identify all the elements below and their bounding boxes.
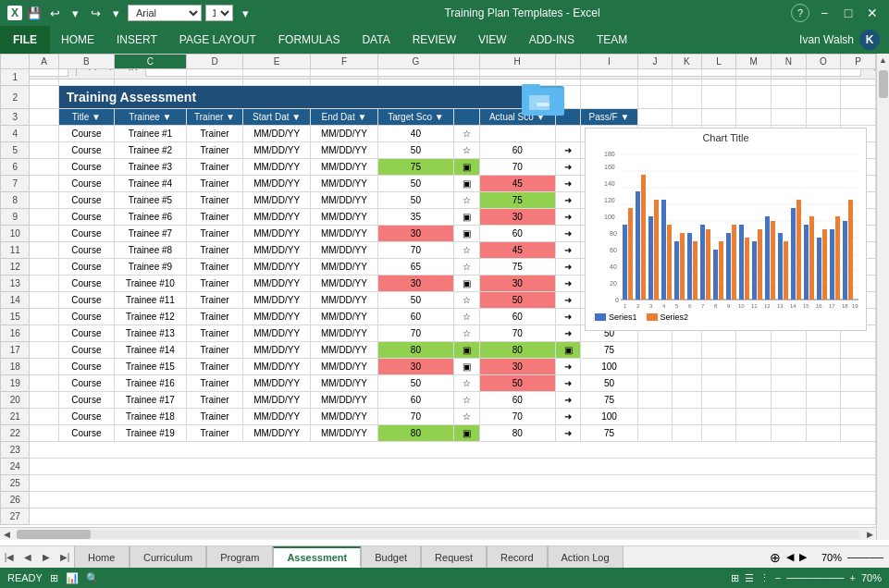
cell red-cell[interactable]: 30 bbox=[479, 209, 555, 226]
cell green-cell[interactable]: 80 bbox=[479, 342, 555, 359]
cell[interactable] bbox=[673, 375, 701, 392]
cell[interactable]: MM/DD/YY bbox=[311, 226, 378, 242]
cell[interactable]: MM/DD/YY bbox=[311, 192, 378, 209]
cell[interactable]: MM/DD/YY bbox=[311, 325, 378, 342]
cell red-cell[interactable]: 30 bbox=[377, 276, 453, 292]
cell[interactable]: ▣ bbox=[454, 176, 480, 192]
cell[interactable] bbox=[581, 69, 637, 86]
cell[interactable]: Course bbox=[58, 159, 114, 176]
cell[interactable] bbox=[30, 475, 876, 492]
cell[interactable]: Trainer bbox=[186, 176, 242, 192]
cell[interactable] bbox=[637, 359, 673, 375]
cell[interactable]: 75 bbox=[581, 342, 637, 359]
menu-home[interactable]: HOME bbox=[50, 26, 105, 54]
cell[interactable]: Trainer bbox=[186, 142, 242, 159]
cell green-cell[interactable]: 75 bbox=[479, 192, 555, 209]
col-header-g[interactable]: G bbox=[377, 55, 453, 69]
cell[interactable] bbox=[736, 392, 772, 409]
view-page-break-icon[interactable]: ⋮ bbox=[759, 572, 770, 584]
tab-nav-first[interactable]: |◀ bbox=[0, 546, 19, 568]
col-header-q[interactable]: P bbox=[841, 55, 876, 69]
close-button[interactable]: ✕ bbox=[863, 4, 882, 22]
cell[interactable]: 70 bbox=[479, 325, 555, 342]
cell[interactable]: Trainee #6 bbox=[114, 209, 186, 226]
cell[interactable]: MM/DD/YY bbox=[311, 342, 378, 359]
cell[interactable]: MM/DD/YY bbox=[243, 292, 311, 309]
cell[interactable] bbox=[701, 359, 736, 375]
redo-icon[interactable]: ↪ bbox=[87, 5, 104, 21]
col-header-b[interactable]: B bbox=[58, 55, 114, 69]
tab-program[interactable]: Program bbox=[206, 546, 273, 568]
cell[interactable] bbox=[806, 375, 841, 392]
cell[interactable]: 60 bbox=[479, 309, 555, 325]
cell[interactable]: Trainer bbox=[186, 375, 242, 392]
cell[interactable]: ☆ bbox=[454, 309, 480, 325]
cell[interactable]: Trainer bbox=[186, 292, 242, 309]
cell[interactable]: Course bbox=[58, 342, 114, 359]
cell[interactable] bbox=[30, 425, 58, 442]
cell[interactable] bbox=[30, 226, 58, 242]
cell[interactable]: MM/DD/YY bbox=[311, 176, 378, 192]
cell green-cell[interactable]: 75 bbox=[377, 159, 453, 176]
cell[interactable]: Trainee #17 bbox=[114, 392, 186, 409]
grid-scroll-area[interactable]: A B C D E F G H I J K L M bbox=[0, 54, 889, 540]
cell[interactable] bbox=[701, 375, 736, 392]
cell red-cell[interactable]: 45 bbox=[479, 242, 555, 259]
col-header-a[interactable]: A bbox=[30, 55, 58, 69]
cell[interactable] bbox=[771, 109, 806, 126]
cell[interactable]: MM/DD/YY bbox=[243, 159, 311, 176]
col-header-h[interactable] bbox=[454, 55, 480, 69]
cell[interactable] bbox=[841, 86, 876, 109]
cell-trainer[interactable]: Trainer bbox=[186, 126, 242, 142]
undo-icon[interactable]: ↩ bbox=[46, 5, 63, 21]
format-dropdown-icon[interactable]: ▾ bbox=[237, 5, 253, 21]
cell[interactable]: 50 bbox=[377, 292, 453, 309]
cell[interactable]: MM/DD/YY bbox=[243, 259, 311, 276]
cell[interactable] bbox=[771, 375, 806, 392]
menu-addins[interactable]: ADD-INS bbox=[518, 26, 586, 54]
scroll-thumb[interactable] bbox=[879, 70, 888, 98]
cell[interactable] bbox=[701, 109, 736, 126]
cell[interactable]: MM/DD/YY bbox=[243, 242, 311, 259]
cell[interactable] bbox=[637, 375, 673, 392]
cell[interactable] bbox=[30, 359, 58, 375]
cell[interactable]: 70 bbox=[377, 325, 453, 342]
zoom-minus-button[interactable]: − bbox=[775, 572, 781, 583]
scroll-up-button[interactable]: ▲ bbox=[877, 54, 890, 67]
col-header-n[interactable]: M bbox=[736, 55, 772, 69]
cell[interactable] bbox=[637, 342, 673, 359]
cell[interactable]: ➜ bbox=[555, 226, 581, 242]
cell[interactable]: ➜ bbox=[555, 209, 581, 226]
cell[interactable]: MM/DD/YY bbox=[243, 176, 311, 192]
cell[interactable] bbox=[311, 69, 378, 86]
cell-icon2[interactable] bbox=[555, 126, 581, 142]
cell[interactable] bbox=[30, 109, 58, 126]
cell[interactable]: MM/DD/YY bbox=[243, 276, 311, 292]
cell[interactable] bbox=[30, 325, 58, 342]
cell[interactable]: Course bbox=[58, 325, 114, 342]
cell[interactable] bbox=[30, 209, 58, 226]
col-header-j[interactable] bbox=[555, 55, 581, 69]
cell[interactable] bbox=[30, 142, 58, 159]
cell[interactable]: MM/DD/YY bbox=[243, 192, 311, 209]
cell[interactable]: 75 bbox=[581, 425, 637, 442]
cell[interactable] bbox=[841, 425, 876, 442]
cell[interactable] bbox=[806, 409, 841, 425]
cell[interactable]: MM/DD/YY bbox=[243, 309, 311, 325]
cell[interactable]: ➜ bbox=[555, 375, 581, 392]
cell[interactable] bbox=[243, 69, 311, 86]
cell-enddate[interactable]: MM/DD/YY bbox=[311, 126, 378, 142]
cell[interactable]: Trainer bbox=[186, 392, 242, 409]
tab-curriculum[interactable]: Curriculum bbox=[130, 546, 206, 568]
col-header-trainee[interactable]: Trainee ▼ bbox=[114, 109, 186, 126]
cell[interactable] bbox=[841, 109, 876, 126]
cell[interactable]: 70 bbox=[377, 409, 453, 425]
cell[interactable] bbox=[30, 392, 58, 409]
cell[interactable] bbox=[841, 375, 876, 392]
cell[interactable]: 65 bbox=[377, 259, 453, 276]
cell[interactable]: ▣ bbox=[454, 425, 480, 442]
cell[interactable]: Trainee #8 bbox=[114, 242, 186, 259]
cell[interactable]: 50 bbox=[581, 375, 637, 392]
cell[interactable]: ☆ bbox=[454, 292, 480, 309]
cell[interactable]: Trainer bbox=[186, 192, 242, 209]
